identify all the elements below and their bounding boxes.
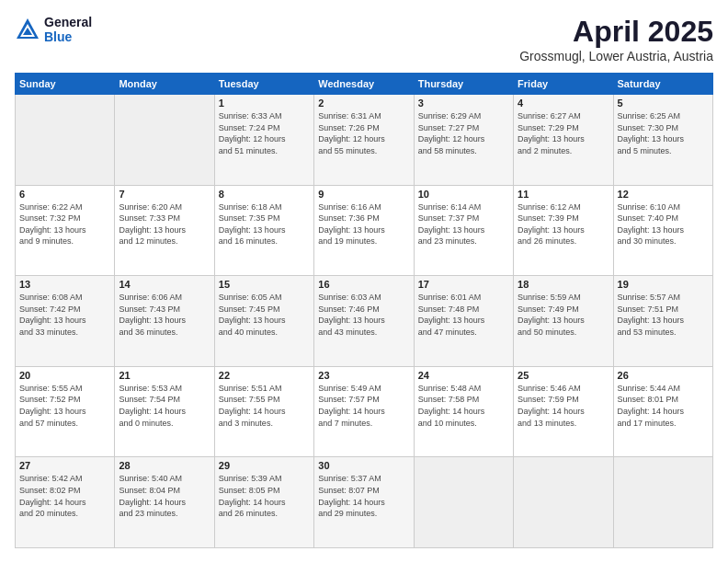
cell-daylight-info: Sunrise: 5:48 AM Sunset: 7:58 PM Dayligh… — [418, 383, 509, 429]
calendar-week-row: 20Sunrise: 5:55 AM Sunset: 7:52 PM Dayli… — [16, 366, 713, 457]
cell-daylight-info: Sunrise: 5:39 AM Sunset: 8:05 PM Dayligh… — [219, 473, 310, 519]
calendar-cell: 11Sunrise: 6:12 AM Sunset: 7:39 PM Dayli… — [514, 185, 613, 276]
calendar-cell — [16, 95, 115, 186]
calendar-cell: 18Sunrise: 5:59 AM Sunset: 7:49 PM Dayli… — [514, 276, 613, 367]
calendar-cell: 22Sunrise: 5:51 AM Sunset: 7:55 PM Dayli… — [214, 366, 313, 457]
cell-daylight-info: Sunrise: 5:37 AM Sunset: 8:07 PM Dayligh… — [318, 473, 409, 519]
day-number: 1 — [219, 98, 310, 109]
weekday-header: Monday — [115, 74, 214, 95]
cell-daylight-info: Sunrise: 5:44 AM Sunset: 8:01 PM Dayligh… — [618, 383, 709, 429]
cell-daylight-info: Sunrise: 6:16 AM Sunset: 7:36 PM Dayligh… — [318, 201, 409, 247]
cell-daylight-info: Sunrise: 6:29 AM Sunset: 7:27 PM Dayligh… — [418, 110, 509, 156]
cell-daylight-info: Sunrise: 6:18 AM Sunset: 7:35 PM Dayligh… — [219, 201, 310, 247]
day-number: 6 — [19, 189, 110, 200]
weekday-header: Saturday — [613, 74, 712, 95]
day-number: 2 — [318, 98, 409, 109]
cell-daylight-info: Sunrise: 6:12 AM Sunset: 7:39 PM Dayligh… — [518, 201, 609, 247]
day-number: 9 — [318, 189, 409, 200]
cell-daylight-info: Sunrise: 6:25 AM Sunset: 7:30 PM Dayligh… — [618, 110, 709, 156]
day-number: 29 — [219, 460, 310, 471]
cell-daylight-info: Sunrise: 6:01 AM Sunset: 7:48 PM Dayligh… — [418, 292, 509, 338]
calendar-cell: 23Sunrise: 5:49 AM Sunset: 7:57 PM Dayli… — [314, 366, 414, 457]
calendar-cell — [514, 457, 613, 548]
title-block: April 2025 Grossmugl, Lower Austria, Aus… — [519, 15, 713, 63]
cell-daylight-info: Sunrise: 6:14 AM Sunset: 7:37 PM Dayligh… — [418, 201, 509, 247]
cell-daylight-info: Sunrise: 5:51 AM Sunset: 7:55 PM Dayligh… — [219, 383, 310, 429]
day-number: 14 — [119, 279, 210, 290]
day-number: 4 — [518, 98, 609, 109]
calendar-cell — [414, 457, 513, 548]
calendar-cell: 20Sunrise: 5:55 AM Sunset: 7:52 PM Dayli… — [16, 366, 115, 457]
location: Grossmugl, Lower Austria, Austria — [519, 49, 713, 63]
day-number: 26 — [618, 370, 709, 381]
cell-daylight-info: Sunrise: 5:49 AM Sunset: 7:57 PM Dayligh… — [318, 383, 409, 429]
day-number: 5 — [618, 98, 709, 109]
calendar-cell: 9Sunrise: 6:16 AM Sunset: 7:36 PM Daylig… — [314, 185, 414, 276]
day-number: 7 — [119, 189, 210, 200]
logo-text: General Blue — [44, 15, 92, 44]
day-number: 25 — [518, 370, 609, 381]
page: General Blue April 2025 Grossmugl, Lower… — [0, 0, 728, 563]
calendar-week-row: 27Sunrise: 5:42 AM Sunset: 8:02 PM Dayli… — [16, 457, 713, 548]
calendar-week-row: 1Sunrise: 6:33 AM Sunset: 7:24 PM Daylig… — [16, 95, 713, 186]
day-number: 21 — [119, 370, 210, 381]
day-number: 15 — [219, 279, 310, 290]
day-number: 24 — [418, 370, 509, 381]
calendar-cell: 5Sunrise: 6:25 AM Sunset: 7:30 PM Daylig… — [613, 95, 712, 186]
calendar-cell: 8Sunrise: 6:18 AM Sunset: 7:35 PM Daylig… — [214, 185, 313, 276]
day-number: 3 — [418, 98, 509, 109]
calendar-cell: 29Sunrise: 5:39 AM Sunset: 8:05 PM Dayli… — [214, 457, 313, 548]
calendar-week-row: 6Sunrise: 6:22 AM Sunset: 7:32 PM Daylig… — [16, 185, 713, 276]
weekday-header: Tuesday — [214, 74, 313, 95]
cell-daylight-info: Sunrise: 5:46 AM Sunset: 7:59 PM Dayligh… — [518, 383, 609, 429]
cell-daylight-info: Sunrise: 5:57 AM Sunset: 7:51 PM Dayligh… — [618, 292, 709, 338]
day-number: 11 — [518, 189, 609, 200]
day-number: 23 — [318, 370, 409, 381]
weekday-header: Wednesday — [314, 74, 414, 95]
cell-daylight-info: Sunrise: 5:40 AM Sunset: 8:04 PM Dayligh… — [119, 473, 210, 519]
cell-daylight-info: Sunrise: 6:27 AM Sunset: 7:29 PM Dayligh… — [518, 110, 609, 156]
calendar-cell: 1Sunrise: 6:33 AM Sunset: 7:24 PM Daylig… — [214, 95, 313, 186]
cell-daylight-info: Sunrise: 6:20 AM Sunset: 7:33 PM Dayligh… — [119, 201, 210, 247]
header: General Blue April 2025 Grossmugl, Lower… — [15, 15, 713, 63]
logo-icon — [15, 17, 40, 42]
day-number: 28 — [119, 460, 210, 471]
day-number: 30 — [318, 460, 409, 471]
calendar-cell: 2Sunrise: 6:31 AM Sunset: 7:26 PM Daylig… — [314, 95, 414, 186]
calendar-week-row: 13Sunrise: 6:08 AM Sunset: 7:42 PM Dayli… — [16, 276, 713, 367]
day-number: 16 — [318, 279, 409, 290]
cell-daylight-info: Sunrise: 5:59 AM Sunset: 7:49 PM Dayligh… — [518, 292, 609, 338]
cell-daylight-info: Sunrise: 6:31 AM Sunset: 7:26 PM Dayligh… — [318, 110, 409, 156]
day-number: 8 — [219, 189, 310, 200]
calendar-cell: 3Sunrise: 6:29 AM Sunset: 7:27 PM Daylig… — [414, 95, 513, 186]
calendar-cell: 21Sunrise: 5:53 AM Sunset: 7:54 PM Dayli… — [115, 366, 214, 457]
calendar-cell: 27Sunrise: 5:42 AM Sunset: 8:02 PM Dayli… — [16, 457, 115, 548]
calendar-cell: 17Sunrise: 6:01 AM Sunset: 7:48 PM Dayli… — [414, 276, 513, 367]
weekday-header: Thursday — [414, 74, 513, 95]
calendar-cell: 19Sunrise: 5:57 AM Sunset: 7:51 PM Dayli… — [613, 276, 712, 367]
cell-daylight-info: Sunrise: 6:33 AM Sunset: 7:24 PM Dayligh… — [219, 110, 310, 156]
day-number: 10 — [418, 189, 509, 200]
cell-daylight-info: Sunrise: 6:08 AM Sunset: 7:42 PM Dayligh… — [19, 292, 110, 338]
logo: General Blue — [15, 15, 92, 44]
day-number: 19 — [618, 279, 709, 290]
calendar-cell: 24Sunrise: 5:48 AM Sunset: 7:58 PM Dayli… — [414, 366, 513, 457]
weekday-header-row: SundayMondayTuesdayWednesdayThursdayFrid… — [16, 74, 713, 95]
weekday-header: Friday — [514, 74, 613, 95]
calendar-cell: 25Sunrise: 5:46 AM Sunset: 7:59 PM Dayli… — [514, 366, 613, 457]
cell-daylight-info: Sunrise: 6:10 AM Sunset: 7:40 PM Dayligh… — [618, 201, 709, 247]
calendar-cell: 16Sunrise: 6:03 AM Sunset: 7:46 PM Dayli… — [314, 276, 414, 367]
cell-daylight-info: Sunrise: 6:06 AM Sunset: 7:43 PM Dayligh… — [119, 292, 210, 338]
calendar: SundayMondayTuesdayWednesdayThursdayFrid… — [15, 73, 713, 548]
calendar-cell: 28Sunrise: 5:40 AM Sunset: 8:04 PM Dayli… — [115, 457, 214, 548]
calendar-cell: 14Sunrise: 6:06 AM Sunset: 7:43 PM Dayli… — [115, 276, 214, 367]
calendar-cell: 26Sunrise: 5:44 AM Sunset: 8:01 PM Dayli… — [613, 366, 712, 457]
cell-daylight-info: Sunrise: 5:53 AM Sunset: 7:54 PM Dayligh… — [119, 383, 210, 429]
cell-daylight-info: Sunrise: 6:22 AM Sunset: 7:32 PM Dayligh… — [19, 201, 110, 247]
calendar-cell — [115, 95, 214, 186]
calendar-cell: 10Sunrise: 6:14 AM Sunset: 7:37 PM Dayli… — [414, 185, 513, 276]
day-number: 17 — [418, 279, 509, 290]
month-year: April 2025 — [519, 15, 713, 49]
cell-daylight-info: Sunrise: 5:42 AM Sunset: 8:02 PM Dayligh… — [19, 473, 110, 519]
day-number: 22 — [219, 370, 310, 381]
